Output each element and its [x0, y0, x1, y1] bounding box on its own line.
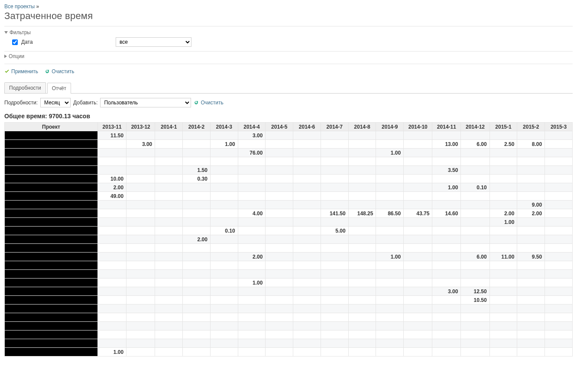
cell-project: [5, 253, 98, 261]
col-header: 2014-2: [183, 123, 211, 131]
cell-value: [266, 330, 293, 339]
cell-project: [5, 270, 98, 279]
cell-value: [210, 270, 238, 279]
breadcrumb-link[interactable]: Все проекты: [4, 3, 35, 10]
cell-value: [126, 131, 155, 140]
cell-value: 9.50: [517, 253, 545, 261]
cell-value: [348, 218, 376, 227]
cell-value: [266, 313, 293, 322]
tab-report[interactable]: Отчёт: [47, 83, 71, 94]
cell-value: [432, 227, 461, 235]
cell-value: [293, 261, 321, 270]
cell-value: 1.00: [238, 279, 266, 287]
cell-value: [321, 305, 348, 313]
cell-value: [266, 305, 293, 313]
add-select[interactable]: Пользователь: [100, 98, 191, 107]
cell-value: [489, 348, 517, 356]
cell-value: [98, 313, 126, 322]
filter-date-checkbox[interactable]: [12, 39, 18, 45]
col-project: Проект: [5, 123, 98, 131]
cell-value: [489, 244, 517, 253]
cell-value: [266, 270, 293, 279]
clear-button[interactable]: Очистить: [45, 68, 74, 75]
cell-value: [461, 348, 489, 356]
cell-value: [545, 166, 573, 175]
col-header: 2014-11: [432, 123, 461, 131]
cell-value: 11.00: [489, 253, 517, 261]
cell-value: [489, 166, 517, 175]
cell-value: [517, 192, 545, 201]
cell-project: [5, 201, 98, 209]
cell-value: [461, 322, 489, 330]
cell-value: [238, 235, 266, 244]
cell-value: [293, 287, 321, 296]
col-header: 2014-1: [155, 123, 183, 131]
details-select[interactable]: Месяц: [40, 98, 71, 107]
cell-value: [461, 157, 489, 166]
cell-value: [293, 348, 321, 356]
tab-details[interactable]: Подробности: [4, 82, 46, 93]
filters-legend[interactable]: Фильтры: [4, 29, 31, 36]
col-header: 2014-9: [376, 123, 404, 131]
cell-value: [545, 270, 573, 279]
table-row: 1.00: [5, 279, 573, 287]
cell-value: [266, 261, 293, 270]
cell-value: [376, 339, 404, 348]
filter-date-operator[interactable]: все: [116, 37, 191, 47]
cell-value: [126, 348, 155, 356]
cell-value: [517, 322, 545, 330]
cell-value: [461, 235, 489, 244]
cell-value: [321, 201, 348, 209]
cell-value: [266, 348, 293, 356]
cell-value: [348, 322, 376, 330]
cell-value: [155, 261, 183, 270]
col-header: 2014-4: [238, 123, 266, 131]
col-header: 2013-12: [126, 123, 155, 131]
cell-value: [432, 261, 461, 270]
cell-value: [348, 227, 376, 235]
cell-value: [98, 235, 126, 244]
cell-value: [461, 313, 489, 322]
cell-value: [126, 201, 155, 209]
cell-value: [183, 253, 211, 261]
cell-value: [183, 348, 211, 356]
cell-value: [461, 330, 489, 339]
cell-value: [266, 322, 293, 330]
cell-value: [404, 322, 432, 330]
cell-value: [238, 183, 266, 192]
cell-value: [348, 140, 376, 149]
cell-value: [348, 244, 376, 253]
chevron-down-icon: [4, 31, 8, 34]
tab-details-label[interactable]: Подробности: [5, 83, 45, 93]
check-icon: [4, 69, 10, 74]
reload-icon: [194, 100, 199, 105]
cell-value: 12.50: [461, 287, 489, 296]
cell-value: [489, 296, 517, 305]
cell-value: [321, 244, 348, 253]
apply-button[interactable]: Применить: [4, 68, 38, 75]
cell-value: [461, 339, 489, 348]
cell-value: [126, 261, 155, 270]
tabs: Подробности Отчёт: [4, 82, 573, 94]
cell-value: [183, 313, 211, 322]
options-legend[interactable]: Опции: [4, 53, 24, 59]
cell-value: [461, 201, 489, 209]
table-row: 76.001.00: [5, 149, 573, 157]
cell-value: [183, 201, 211, 209]
cell-value: [321, 313, 348, 322]
cell-value: [348, 183, 376, 192]
cell-value: 1.00: [210, 140, 238, 149]
cell-value: [183, 305, 211, 313]
cell-value: [126, 244, 155, 253]
cell-value: 8.00: [517, 140, 545, 149]
report-clear-button[interactable]: Очистить: [194, 100, 223, 106]
cell-value: [155, 305, 183, 313]
col-header: 2014-8: [348, 123, 376, 131]
cell-value: [461, 244, 489, 253]
cell-value: 49.00: [98, 192, 126, 201]
cell-value: [126, 279, 155, 287]
cell-value: [404, 348, 432, 356]
cell-value: [404, 270, 432, 279]
cell-value: [98, 253, 126, 261]
cell-value: [98, 140, 126, 149]
